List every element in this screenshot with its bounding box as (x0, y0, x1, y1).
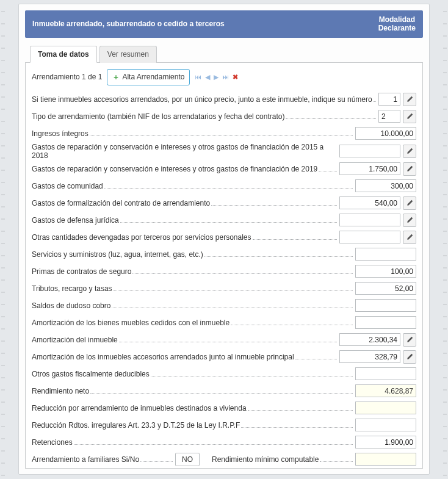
field-label: Si tiene inmuebles accesorios arrendados… (32, 95, 372, 104)
form-row: Gastos de formalización del contrato de … (32, 195, 416, 211)
edit-button[interactable] (403, 333, 416, 347)
field-input[interactable] (355, 265, 416, 278)
form-row: Rendimiento neto (32, 383, 416, 399)
field-label: Amortización del inmueble (32, 336, 118, 344)
tab-toma-datos[interactable]: Toma de datos (30, 46, 97, 63)
field-input[interactable] (355, 419, 416, 431)
dialog-container: Inmueble arrendado, subarrendado o cedid… (18, 4, 430, 475)
form-row: Servicios y suministros (luz, agua, inte… (32, 247, 416, 262)
form-row: Amortización de los bienes muebles cedid… (32, 315, 416, 331)
field-input[interactable] (378, 93, 400, 106)
edit-button[interactable] (403, 145, 416, 158)
field-label: Gastos de formalización del contrato de … (32, 199, 210, 207)
form-row: Otros gastos fiscalmente deducibles (32, 366, 416, 382)
field-input[interactable] (355, 384, 416, 397)
nav-last-icon[interactable]: ⏭ (222, 73, 229, 81)
field-label: Saldos de dudoso cobro (32, 301, 110, 310)
field-label: Otras cantidades devengadas por terceros… (32, 233, 251, 242)
tab-strip: Toma de datos Ver resumen (25, 45, 423, 63)
field-label: Gastos de reparación y conservación e in… (32, 165, 317, 173)
edit-button[interactable] (403, 231, 416, 244)
edit-button[interactable] (403, 162, 416, 176)
field-input[interactable] (339, 350, 400, 363)
field-label: Rendimiento neto (32, 387, 89, 395)
field-input[interactable] (355, 299, 416, 312)
field-input[interactable] (355, 402, 416, 414)
nav-next-icon[interactable]: ▶ (214, 73, 219, 81)
edit-button[interactable] (403, 93, 416, 106)
field-input[interactable] (355, 282, 416, 295)
form-row: Ingresos íntegros (32, 126, 416, 142)
form-row: Reducción por arrendamiento de inmuebles… (32, 400, 416, 416)
form-panel: Arrendamiento 1 de 1 ＋ Alta Arrendamient… (25, 63, 423, 469)
form-row: Otras cantidades devengadas por terceros… (32, 229, 416, 245)
form-row: Primas de contratos de seguro (32, 264, 416, 279)
familiar-label: Arrendamiento a familiares Si/No (32, 455, 139, 464)
form-row: Tipo de arrendamiento (también NIF de lo… (32, 109, 416, 124)
rend-min-label: Rendimiento mínimo computable (212, 455, 319, 464)
form-row: Gastos de defensa jurídica (32, 212, 416, 228)
form-row: Amortización de los inmuebles accesorios… (32, 349, 416, 365)
header-mode: Modalidad Declarante (378, 15, 416, 33)
field-input[interactable] (355, 179, 416, 192)
field-label: Amortización de los inmuebles accesorios… (32, 353, 294, 361)
form-row: Si tiene inmuebles accesorios arrendados… (32, 92, 416, 107)
alta-arrendamiento-button[interactable]: ＋ Alta Arrendamiento (107, 69, 190, 85)
field-label: Tipo de arrendamiento (también NIF de lo… (32, 112, 284, 121)
field-label: Reducción por arrendamiento de inmuebles… (32, 404, 247, 412)
field-label: Gastos de reparación y conservación e in… (32, 143, 336, 160)
header-bar: Inmueble arrendado, subarrendado o cedid… (25, 10, 423, 38)
form-row: Amortización del inmueble (32, 332, 416, 348)
edit-button[interactable] (403, 214, 416, 227)
field-input[interactable] (355, 248, 416, 261)
rend-min-input[interactable] (355, 453, 416, 466)
field-label: Tributos, recargo y tasas (32, 284, 112, 293)
record-counter: Arrendamiento 1 de 1 (32, 73, 102, 81)
field-label: Gastos de comunidad (32, 182, 103, 190)
field-label: Ingresos íntegros (32, 129, 89, 138)
record-nav: ⏮ ◀ ▶ ⏭ ✖ (195, 73, 238, 81)
delete-icon[interactable]: ✖ (233, 73, 238, 81)
page-title: Inmueble arrendado, subarrendado o cedid… (32, 20, 225, 28)
field-label: Primas de contratos de seguro (32, 267, 131, 276)
form-row: Gastos de reparación y conservación e in… (32, 143, 416, 160)
field-input[interactable] (339, 231, 400, 243)
nav-first-icon[interactable]: ⏮ (195, 73, 201, 81)
field-input[interactable] (355, 127, 416, 140)
field-label: Retenciones (32, 438, 73, 447)
form-row: Saldos de dudoso cobro (32, 298, 416, 314)
edit-button[interactable] (403, 350, 416, 364)
field-input[interactable] (339, 196, 400, 209)
field-label: Amortización de los bienes muebles cedid… (32, 319, 229, 327)
field-input[interactable] (339, 214, 400, 226)
field-label: Reducción Rdtos. irregulares Art. 23.3 y… (32, 421, 240, 430)
field-input[interactable] (355, 316, 416, 329)
edit-button[interactable] (403, 196, 416, 210)
nav-prev-icon[interactable]: ◀ (205, 73, 210, 81)
field-input[interactable] (355, 367, 416, 380)
field-label: Gastos de defensa jurídica (32, 216, 119, 225)
field-input[interactable] (339, 333, 400, 346)
field-input[interactable] (339, 162, 400, 175)
form-row: Retenciones (32, 434, 416, 450)
familiar-value[interactable]: NO (175, 453, 200, 466)
form-row: Gastos de reparación y conservación e in… (32, 161, 416, 177)
form-row: Reducción Rdtos. irregulares Art. 23.3 y… (32, 417, 416, 433)
tab-ver-resumen[interactable]: Ver resumen (99, 46, 157, 63)
field-input[interactable] (378, 110, 400, 123)
form-row: Tributos, recargo y tasas (32, 281, 416, 297)
form-row: Gastos de comunidad (32, 178, 416, 194)
field-label: Servicios y suministros (luz, agua, inte… (32, 250, 203, 259)
add-icon: ＋ (112, 72, 120, 82)
field-label: Otros gastos fiscalmente deducibles (32, 370, 150, 378)
edit-button[interactable] (403, 110, 416, 123)
field-input[interactable] (339, 145, 400, 157)
field-input[interactable] (355, 436, 416, 448)
